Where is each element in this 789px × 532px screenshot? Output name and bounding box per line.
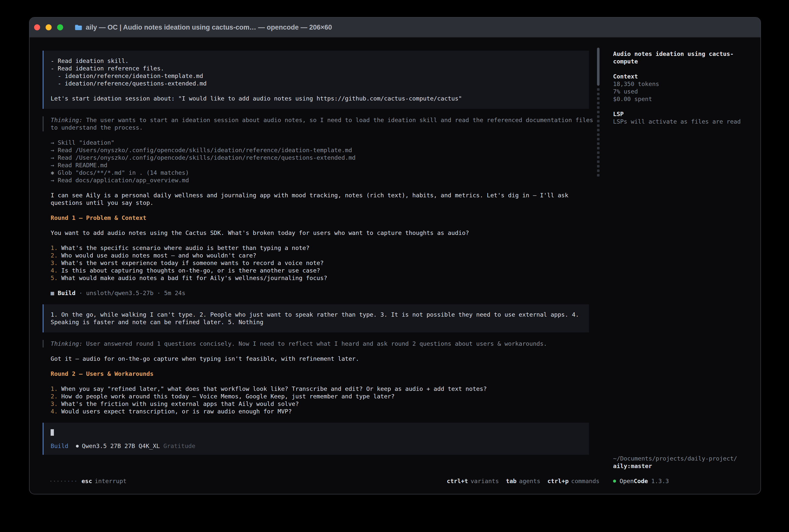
round-1-context-paragraph: You want to add audio notes using the Ca… (43, 229, 589, 237)
app-name-open: Open (620, 477, 634, 485)
scrollbar-track-dash (597, 170, 599, 172)
text-line: ■ Build · unsloth/qwen3.5-27b · 5m 24s (51, 289, 589, 297)
model-name[interactable]: Qwen3.5 27B 27B Q4K_XL (82, 442, 160, 450)
shortcut-list: ctrl+tvariantstabagentsctrl+pcommands (440, 478, 600, 484)
context-heading: Context (613, 73, 756, 80)
text-line: ✱ Glob "docs/**/*.md" in . (14 matches) (51, 169, 589, 176)
text-line: → Skill "ideation" (51, 139, 589, 147)
esc-key-hint: esc (81, 478, 92, 484)
assistant-intro-paragraph: I can see Aily is a personal daily welln… (43, 192, 589, 207)
working-spinner: ········ (49, 478, 77, 484)
scrollbar-track-dash (597, 93, 599, 95)
lsp-note: LSPs will activate as files are read (613, 118, 756, 125)
scrollbar-track-dash (597, 151, 599, 154)
scrollbar-track-dash (597, 111, 599, 113)
text-line: Round 1 — Problem & Context (51, 214, 589, 222)
scrollbar-track-dash (597, 106, 599, 109)
round-2-question-list: 1. When you say "refined later," what do… (43, 385, 589, 415)
chat-blocks: - Read ideation skill.- Read ideation re… (43, 51, 589, 415)
text-line: Thinking: The user wants to start an ide… (51, 116, 589, 124)
chat-column[interactable]: - Read ideation skill.- Read ideation re… (43, 51, 589, 462)
text-line: Got it — audio for on-the-go capture whe… (51, 355, 589, 362)
text-line: 4. Is this about capturing thoughts on-t… (51, 267, 589, 274)
text-line: 3. What's the worst experience today if … (51, 259, 589, 267)
sidebar-bottom: ~/Documents/projects/daily-project/ aily… (613, 455, 756, 485)
scrollbar-track-dash (597, 142, 599, 145)
scrollbar-track-dash (597, 133, 599, 136)
scrollbar-track-dash (597, 120, 599, 122)
minimize-button[interactable] (45, 24, 52, 30)
text-line: 2. How do people work around this today … (51, 393, 589, 400)
text-line: 1. On the go, while walking I can't type… (51, 311, 582, 318)
text-line: - Read ideation skill. (51, 57, 582, 65)
sidebar-gap (613, 470, 756, 477)
scrollbar-track-dash (597, 165, 599, 168)
text-line: Speaking is faster and note can be refin… (51, 318, 582, 326)
close-button[interactable] (34, 24, 40, 30)
window-title: aily — OC | Audio notes ideation using c… (86, 23, 332, 31)
text-line: to understand the process. (51, 124, 589, 131)
text-line (51, 87, 582, 95)
scrollbar-track-dash (597, 97, 599, 100)
scrollbar-track-dash (597, 115, 599, 118)
esc-action-label: interrupt (95, 478, 127, 484)
sidebar-gap (613, 103, 756, 110)
sidebar: Audio notes ideation using cactus- compu… (613, 50, 756, 125)
folder-icon (75, 24, 82, 31)
prompt-input[interactable]: Build Qwen3.5 27B 27B Q4K_XL Gratitude (43, 423, 589, 455)
text-line: Thinking: User answered round 1 question… (51, 340, 589, 347)
app-version-row: Open Code 1.3.3 (613, 477, 756, 485)
agent-mode-label[interactable]: Build (51, 442, 69, 450)
scrollbar-thumb[interactable] (597, 48, 599, 86)
text-line: Let's start ideation session about: "I w… (51, 95, 582, 102)
zoom-button[interactable] (57, 24, 63, 30)
model-status-dot (76, 445, 79, 448)
text-line: - ideation/reference/ideation-template.m… (51, 72, 582, 80)
text-line: → Read README.md (51, 162, 589, 169)
scrollbar-track-dash (597, 138, 599, 140)
context-spent: $0.00 spent (613, 95, 756, 103)
lsp-heading: LSP (613, 110, 756, 118)
input-mode-row: Build Qwen3.5 27B 27B Q4K_XL Gratitude (51, 442, 582, 450)
text-cursor (51, 429, 54, 436)
thinking-block: Thinking: The user wants to start an ide… (43, 116, 589, 131)
text-line: I can see Aily is a personal daily welln… (51, 192, 589, 199)
scrollbar-track-dash (597, 129, 599, 131)
tool-call-list: → Skill "ideation"→ Read /Users/onyszko/… (43, 139, 589, 184)
round-2-heading: Round 2 — Users & Workarounds (43, 370, 589, 378)
scrollbar-track[interactable] (597, 88, 599, 176)
terminal-window: aily — OC | Audio notes ideation using c… (29, 17, 761, 494)
text-line: 3. What's the friction with using extern… (51, 400, 589, 407)
context-used: 7% used (613, 88, 756, 95)
window-titlebar[interactable]: aily — OC | Audio notes ideation using c… (30, 18, 761, 38)
session-hint: Gratitude (163, 442, 195, 450)
text-line: 4. Would users expect transcription, or … (51, 407, 589, 415)
shortcut-hint: ctrl+tvariants (447, 478, 499, 484)
text-line: questions until you say stop. (51, 199, 589, 207)
round-1-question-list: 1. What's the specific scenario where au… (43, 244, 589, 282)
input-line[interactable] (51, 428, 582, 436)
text-line: 1. When you say "refined later," what do… (51, 385, 589, 393)
input-gap (51, 436, 582, 442)
text-line: You want to add audio notes using the Ca… (51, 229, 589, 237)
scrollbar[interactable] (597, 48, 599, 176)
context-tokens: 18,350 tokens (613, 80, 756, 88)
online-status-dot (613, 480, 616, 482)
text-line: - ideation/reference/questions-extended.… (51, 80, 582, 87)
assistant-reflection-paragraph: Got it — audio for on-the-go capture whe… (43, 355, 589, 362)
scrollbar-track-dash (597, 125, 599, 127)
text-line: Round 2 — Users & Workarounds (51, 370, 589, 378)
status-bar: ········ esc interrupt ctrl+tvariantstab… (49, 477, 599, 485)
scrollbar-track-dash (597, 160, 599, 163)
scrollbar-track-dash (597, 147, 599, 149)
text-line: - Read ideation reference files. (51, 65, 582, 72)
project-path: ~/Documents/projects/daily-project/ (613, 455, 756, 462)
text-line: → Read /Users/onyszko/.config/opencode/s… (51, 154, 589, 162)
app-version: 1.3.3 (651, 477, 669, 485)
round-1-heading: Round 1 — Problem & Context (43, 214, 589, 222)
text-line: 5. What would make audio notes a bad fit… (51, 274, 589, 282)
scrollbar-track-dash (597, 174, 599, 176)
window-title-group: aily — OC | Audio notes ideation using c… (75, 23, 332, 31)
agent-model-row: ■ Build · unsloth/qwen3.5-27b · 5m 24s (43, 289, 589, 297)
sidebar-gap (613, 65, 756, 73)
